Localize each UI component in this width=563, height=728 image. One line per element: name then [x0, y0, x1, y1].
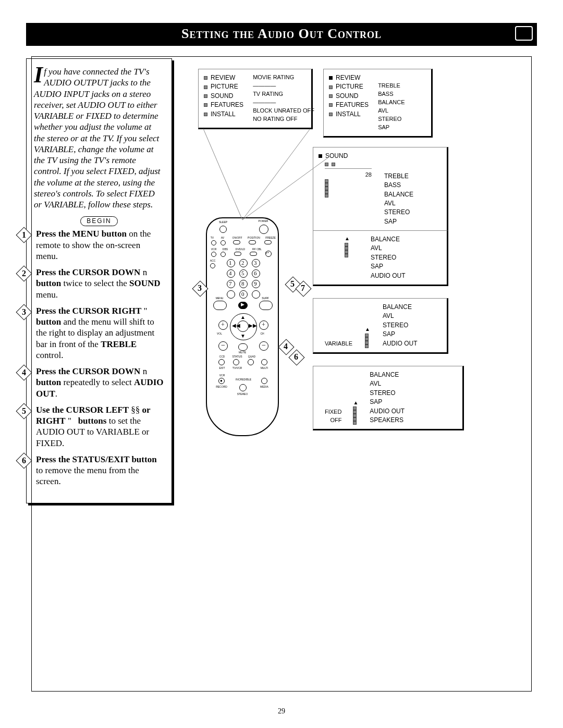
- osd-list-2-variable: VARIABLE ▲ BALANCE AVL STEREO SAP AUDIO …: [313, 298, 448, 354]
- step-4: 4 Press the CURSOR DOWN n button repeate…: [34, 366, 164, 399]
- page-title-bar: Setting the Audio Out Control: [26, 23, 537, 46]
- step-number-diamond-icon: 4: [17, 366, 31, 379]
- step-2: 2 Press the CURSOR DOWN n button twice t…: [34, 267, 164, 300]
- osd-list-3-fixed: FIXED OFF ▲ BALANCE AVL STEREO SAP AUDI: [313, 366, 464, 430]
- instructions-column: If you have connected the TV's AUDIO OUT…: [26, 58, 172, 503]
- callout-7: 7: [296, 281, 311, 296]
- step-3: 3 Press the CURSOR RIGHT " button and th…: [34, 305, 164, 361]
- step-5: 5 Use the CURSOR LEFT §§ or RIGHT " butt…: [34, 404, 164, 449]
- instructions-card: If you have connected the TV's AUDIO OUT…: [26, 58, 172, 503]
- step-1: 1 Press the MENU button on the remote to…: [34, 228, 164, 262]
- osd-main-menu-right: REVIEW PICTURE SOUND FEATURES INSTALL TR…: [323, 69, 433, 138]
- step-number-diamond-icon: 6: [17, 454, 31, 467]
- osd-main-menu-left: REVIEW PICTURE SOUND FEATURES INSTALL MO…: [198, 69, 313, 129]
- step-number-diamond-icon: 2: [17, 267, 31, 280]
- remote-control-illustration: SLEEP POWER TV AV ON/OFF POSITION FREEZE…: [206, 217, 279, 436]
- step-6: 6 Press the STATUS/EXIT button to remove…: [34, 454, 164, 487]
- page-title: Setting the Audio Out Control: [181, 26, 382, 41]
- intro-dropcap: I: [34, 66, 44, 84]
- intro-paragraph: If you have connected the TV's AUDIO OUT…: [34, 66, 164, 210]
- osd-sound-menu: SOUND 28 TREBLE BASS BALANCE: [313, 147, 448, 232]
- svg-line-0: [203, 129, 242, 220]
- step-number-diamond-icon: 5: [17, 404, 31, 418]
- svg-line-1: [242, 129, 310, 220]
- step-number-diamond-icon: 3: [17, 305, 31, 319]
- callout-3: 3: [193, 281, 207, 296]
- step-number-diamond-icon: 1: [17, 228, 31, 242]
- osd-diagram-area: REVIEW PICTURE SOUND FEATURES INSTALL MO…: [193, 58, 537, 503]
- page-number: 29: [0, 707, 563, 715]
- osd-list-1: ▲ BALANCE AVL STEREO SAP AUDIO OUT: [313, 230, 448, 286]
- tv-icon: [515, 26, 533, 41]
- callout-6: 6: [289, 350, 304, 365]
- begin-badge: BEGIN: [80, 216, 118, 226]
